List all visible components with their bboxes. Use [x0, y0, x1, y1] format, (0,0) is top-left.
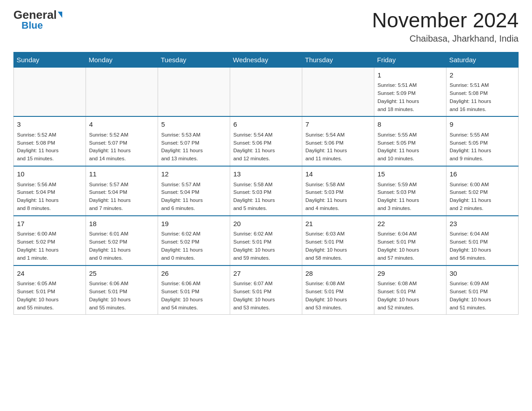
calendar-cell: 13Sunrise: 5:58 AMSunset: 5:03 PMDayligh…: [230, 166, 302, 216]
weekday-header-sunday: Sunday: [14, 52, 86, 67]
day-info: Sunrise: 6:04 AMSunset: 5:01 PMDaylight:…: [378, 230, 443, 262]
day-number: 4: [89, 120, 154, 130]
day-number: 11: [89, 169, 154, 180]
calendar-cell: 4Sunrise: 5:52 AMSunset: 5:07 PMDaylight…: [86, 116, 158, 166]
day-number: 9: [450, 120, 515, 130]
day-info: Sunrise: 6:02 AMSunset: 5:02 PMDaylight:…: [161, 230, 227, 262]
day-info: Sunrise: 5:59 AMSunset: 5:03 PMDaylight:…: [378, 181, 443, 213]
day-number: 16: [450, 169, 515, 180]
calendar-cell: 20Sunrise: 6:02 AMSunset: 5:01 PMDayligh…: [230, 216, 302, 265]
day-info: Sunrise: 6:08 AMSunset: 5:01 PMDaylight:…: [305, 280, 371, 312]
day-number: 22: [378, 219, 443, 229]
calendar-cell: 2Sunrise: 5:51 AMSunset: 5:08 PMDaylight…: [446, 67, 519, 116]
day-number: 1: [378, 70, 443, 81]
weekday-header-friday: Friday: [374, 52, 446, 67]
day-number: 8: [378, 120, 443, 130]
calendar-cell: 7Sunrise: 5:54 AMSunset: 5:06 PMDaylight…: [302, 116, 374, 166]
week-row-5: 24Sunrise: 6:05 AMSunset: 5:01 PMDayligh…: [14, 265, 519, 315]
day-info: Sunrise: 5:55 AMSunset: 5:05 PMDaylight:…: [378, 131, 443, 163]
day-number: 28: [305, 269, 371, 279]
week-row-4: 17Sunrise: 6:00 AMSunset: 5:02 PMDayligh…: [14, 216, 519, 265]
day-number: 24: [17, 269, 82, 279]
day-info: Sunrise: 6:09 AMSunset: 5:01 PMDaylight:…: [450, 280, 515, 312]
calendar-cell: 12Sunrise: 5:57 AMSunset: 5:04 PMDayligh…: [158, 166, 230, 216]
calendar-cell: [230, 67, 302, 116]
day-number: 25: [89, 269, 154, 279]
weekday-header-monday: Monday: [86, 52, 158, 67]
day-info: Sunrise: 5:54 AMSunset: 5:06 PMDaylight:…: [233, 131, 299, 163]
day-number: 2: [450, 70, 515, 81]
calendar-cell: 1Sunrise: 5:51 AMSunset: 5:09 PMDaylight…: [374, 67, 446, 116]
logo-blue-text: Blue: [21, 21, 43, 30]
week-row-3: 10Sunrise: 5:56 AMSunset: 5:04 PMDayligh…: [14, 166, 519, 216]
header-area: General Blue November 2024 Chaibasa, Jha…: [13, 9, 519, 44]
calendar-cell: 3Sunrise: 5:52 AMSunset: 5:08 PMDaylight…: [14, 116, 86, 166]
calendar-cell: [14, 67, 86, 116]
day-info: Sunrise: 5:53 AMSunset: 5:07 PMDaylight:…: [161, 131, 227, 163]
calendar-cell: 25Sunrise: 6:06 AMSunset: 5:01 PMDayligh…: [86, 265, 158, 315]
day-info: Sunrise: 5:58 AMSunset: 5:03 PMDaylight:…: [305, 181, 371, 213]
day-number: 21: [305, 219, 371, 229]
day-info: Sunrise: 6:00 AMSunset: 5:02 PMDaylight:…: [17, 230, 82, 262]
day-info: Sunrise: 6:06 AMSunset: 5:01 PMDaylight:…: [89, 280, 154, 312]
calendar-cell: 6Sunrise: 5:54 AMSunset: 5:06 PMDaylight…: [230, 116, 302, 166]
calendar-cell: [158, 67, 230, 116]
day-number: 19: [161, 219, 227, 229]
logo-triangle-icon: [58, 12, 62, 18]
title-block: November 2024 Chaibasa, Jharkhand, India: [372, 9, 519, 44]
day-info: Sunrise: 6:00 AMSunset: 5:02 PMDaylight:…: [450, 181, 515, 213]
day-info: Sunrise: 6:06 AMSunset: 5:01 PMDaylight:…: [161, 280, 227, 312]
day-number: 10: [17, 169, 82, 180]
calendar-cell: 16Sunrise: 6:00 AMSunset: 5:02 PMDayligh…: [446, 166, 519, 216]
day-info: Sunrise: 5:56 AMSunset: 5:04 PMDaylight:…: [17, 181, 82, 213]
day-info: Sunrise: 5:52 AMSunset: 5:07 PMDaylight:…: [89, 131, 154, 163]
day-info: Sunrise: 6:02 AMSunset: 5:01 PMDaylight:…: [233, 230, 299, 262]
weekday-header-tuesday: Tuesday: [158, 52, 230, 67]
day-info: Sunrise: 6:05 AMSunset: 5:01 PMDaylight:…: [17, 280, 82, 312]
day-info: Sunrise: 5:51 AMSunset: 5:08 PMDaylight:…: [450, 81, 515, 113]
calendar-cell: [302, 67, 374, 116]
calendar-title: November 2024: [372, 9, 519, 32]
day-number: 5: [161, 120, 227, 130]
weekday-header-row: SundayMondayTuesdayWednesdayThursdayFrid…: [14, 52, 519, 67]
day-number: 29: [378, 269, 443, 279]
calendar-cell: 15Sunrise: 5:59 AMSunset: 5:03 PMDayligh…: [374, 166, 446, 216]
calendar-cell: [86, 67, 158, 116]
logo-general-text: General: [13, 9, 57, 21]
calendar-table: SundayMondayTuesdayWednesdayThursdayFrid…: [13, 52, 519, 315]
day-number: 20: [233, 219, 299, 229]
calendar-cell: 14Sunrise: 5:58 AMSunset: 5:03 PMDayligh…: [302, 166, 374, 216]
calendar-subtitle: Chaibasa, Jharkhand, India: [372, 34, 519, 44]
week-row-1: 1Sunrise: 5:51 AMSunset: 5:09 PMDaylight…: [14, 67, 519, 116]
day-info: Sunrise: 5:51 AMSunset: 5:09 PMDaylight:…: [378, 81, 443, 113]
calendar-cell: 30Sunrise: 6:09 AMSunset: 5:01 PMDayligh…: [446, 265, 519, 315]
day-info: Sunrise: 5:54 AMSunset: 5:06 PMDaylight:…: [305, 131, 371, 163]
calendar-cell: 17Sunrise: 6:00 AMSunset: 5:02 PMDayligh…: [14, 216, 86, 265]
calendar-cell: 9Sunrise: 5:55 AMSunset: 5:05 PMDaylight…: [446, 116, 519, 166]
calendar-cell: 18Sunrise: 6:01 AMSunset: 5:02 PMDayligh…: [86, 216, 158, 265]
day-number: 12: [161, 169, 227, 180]
calendar-cell: 23Sunrise: 6:04 AMSunset: 5:01 PMDayligh…: [446, 216, 519, 265]
calendar-cell: 21Sunrise: 6:03 AMSunset: 5:01 PMDayligh…: [302, 216, 374, 265]
day-info: Sunrise: 6:04 AMSunset: 5:01 PMDaylight:…: [450, 230, 515, 262]
calendar-cell: 26Sunrise: 6:06 AMSunset: 5:01 PMDayligh…: [158, 265, 230, 315]
day-info: Sunrise: 5:52 AMSunset: 5:08 PMDaylight:…: [17, 131, 82, 163]
calendar-cell: 8Sunrise: 5:55 AMSunset: 5:05 PMDaylight…: [374, 116, 446, 166]
weekday-header-wednesday: Wednesday: [230, 52, 302, 67]
day-number: 7: [305, 120, 371, 130]
day-number: 30: [450, 269, 515, 279]
calendar-cell: 24Sunrise: 6:05 AMSunset: 5:01 PMDayligh…: [14, 265, 86, 315]
weekday-header-saturday: Saturday: [446, 52, 519, 67]
calendar-cell: 28Sunrise: 6:08 AMSunset: 5:01 PMDayligh…: [302, 265, 374, 315]
day-number: 15: [378, 169, 443, 180]
day-info: Sunrise: 6:01 AMSunset: 5:02 PMDaylight:…: [89, 230, 154, 262]
week-row-2: 3Sunrise: 5:52 AMSunset: 5:08 PMDaylight…: [14, 116, 519, 166]
day-number: 3: [17, 120, 82, 130]
calendar-cell: 19Sunrise: 6:02 AMSunset: 5:02 PMDayligh…: [158, 216, 230, 265]
day-number: 26: [161, 269, 227, 279]
day-info: Sunrise: 5:57 AMSunset: 5:04 PMDaylight:…: [161, 181, 227, 213]
day-info: Sunrise: 6:07 AMSunset: 5:01 PMDaylight:…: [233, 280, 299, 312]
logo: General Blue: [13, 9, 62, 30]
calendar-cell: 10Sunrise: 5:56 AMSunset: 5:04 PMDayligh…: [14, 166, 86, 216]
day-number: 13: [233, 169, 299, 180]
